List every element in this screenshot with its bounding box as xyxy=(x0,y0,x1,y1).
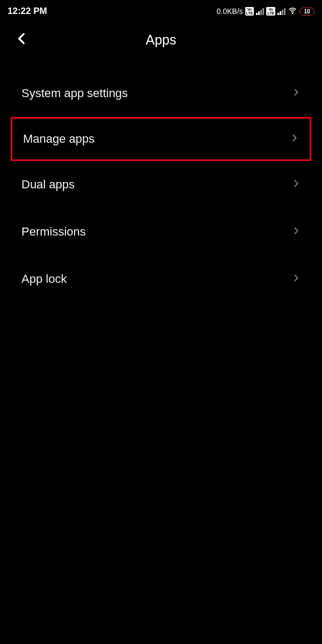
status-time: 12:22 PM xyxy=(8,6,47,17)
status-bar: 12:22 PM 0.0KB/s VoLTE VoLTE 10 xyxy=(0,0,322,20)
status-right: 0.0KB/s VoLTE VoLTE 10 xyxy=(217,6,314,17)
svg-point-0 xyxy=(292,12,293,13)
signal-icon-2 xyxy=(277,8,286,15)
list-item-label: System app settings xyxy=(21,86,128,100)
list-item-label: Manage apps xyxy=(23,132,94,146)
list-item-system-app-settings[interactable]: System app settings xyxy=(0,70,322,117)
back-button[interactable] xyxy=(15,32,29,48)
settings-list: System app settings Manage apps Dual app… xyxy=(0,59,322,303)
page-header: Apps xyxy=(0,20,322,59)
chevron-right-icon xyxy=(290,134,299,144)
signal-icon-1 xyxy=(256,8,264,15)
list-item-permissions[interactable]: Permissions xyxy=(0,208,322,255)
volte-icon: VoLTE xyxy=(245,7,254,16)
list-item-label: Permissions xyxy=(21,225,86,239)
chevron-right-icon xyxy=(292,226,301,237)
chevron-right-icon xyxy=(292,274,301,284)
list-item-manage-apps[interactable]: Manage apps xyxy=(11,117,311,161)
volte-icon-2: VoLTE xyxy=(266,7,275,16)
chevron-right-icon xyxy=(292,88,301,99)
list-item-app-lock[interactable]: App lock xyxy=(0,255,322,303)
wifi-icon xyxy=(288,6,297,17)
list-item-dual-apps[interactable]: Dual apps xyxy=(0,161,322,208)
network-speed: 0.0KB/s xyxy=(217,7,243,16)
list-item-label: Dual apps xyxy=(21,178,75,192)
chevron-right-icon xyxy=(292,179,301,190)
page-title: Apps xyxy=(146,32,177,48)
list-item-label: App lock xyxy=(21,272,67,286)
battery-icon: 10 xyxy=(299,8,314,16)
